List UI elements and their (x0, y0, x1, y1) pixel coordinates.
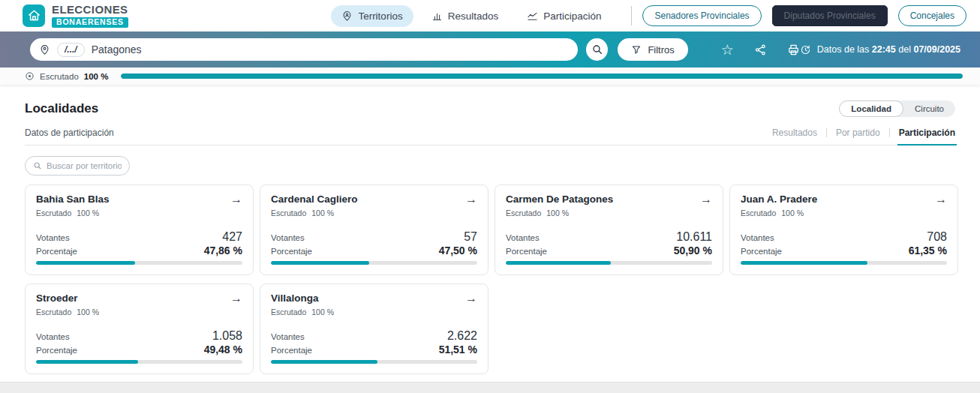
arrow-right-icon[interactable]: → (230, 292, 242, 304)
app-header: ELECCIONES BONAERENSES Territorios (0, 0, 980, 32)
percentage-label: Porcentaje (271, 346, 312, 355)
voters-row: Votantes 708 (741, 230, 947, 244)
voters-value: 57 (464, 230, 477, 244)
toolbar: /.../ Filtros ☆ (0, 32, 980, 68)
arrow-right-icon[interactable]: → (935, 194, 947, 206)
locality-name: Villalonga (271, 292, 319, 304)
card-progress-track (271, 261, 477, 265)
nav-item-label: Participación (543, 10, 601, 22)
card-progress-fill (36, 360, 138, 364)
card-scrutiny-label: Escrutado (506, 208, 541, 218)
scrutiny-label: Escrutado (40, 72, 79, 81)
tab-resultados[interactable]: Resultados (772, 128, 817, 138)
tab-por-partido[interactable]: Por partido (836, 128, 880, 138)
filters-button[interactable]: Filtros (618, 38, 687, 61)
section-subheader: Datos de participación Resultados Por pa… (25, 128, 955, 146)
filters-label: Filtros (648, 44, 674, 56)
favorite-star-icon[interactable]: ☆ (721, 43, 734, 57)
card-header: Villalonga → (271, 292, 477, 304)
search-input[interactable] (92, 44, 570, 56)
voters-label: Votantes (36, 233, 70, 242)
section-subtitle: Datos de participación (25, 128, 114, 138)
locality-card[interactable]: Cardenal Cagliero → Escrutado 100 % Vota… (260, 184, 488, 275)
search-button[interactable] (586, 38, 608, 61)
card-scrutiny-value: 100 % (311, 208, 334, 218)
locality-name: Cardenal Cagliero (271, 194, 358, 205)
concejales-button[interactable]: Concejales (898, 5, 966, 26)
territory-filter-input[interactable] (47, 161, 122, 170)
toggle-circuito[interactable]: Circuito (903, 100, 955, 117)
card-scrutiny-value: 100 % (546, 208, 569, 218)
path-ellipsis-badge[interactable]: /.../ (57, 43, 85, 57)
card-header: Carmen De Patagones → (506, 194, 712, 206)
brand-text: ELECCIONES BONAERENSES (52, 4, 128, 28)
percentage-value: 50,90 % (674, 244, 712, 256)
page-title: Localidades (25, 101, 98, 116)
tab-participacion[interactable]: Participación (899, 128, 955, 138)
percentage-row: Porcentaje 61,35 % (741, 244, 947, 256)
card-scrutiny-label: Escrutado (271, 308, 306, 316)
territory-search-bar[interactable]: /.../ (30, 38, 578, 61)
card-progress-fill (271, 261, 369, 265)
category-buttons: Senadores Provinciales Diputados Provinc… (631, 5, 966, 26)
locality-name: Bahia San Blas (36, 194, 110, 205)
card-progress-fill (506, 261, 611, 265)
scrutiny-bar: Escrutado 100 % (0, 68, 980, 85)
card-scrutiny: Escrutado 100 % (36, 208, 242, 218)
person-pin-icon (341, 10, 353, 22)
data-timestamp: Datos de las 22:45 del 07/09/2025 (800, 44, 960, 56)
percentage-value: 47,50 % (439, 244, 477, 256)
voters-label: Votantes (741, 233, 774, 242)
percentage-row: Porcentaje 47,50 % (271, 244, 477, 256)
print-icon[interactable] (787, 44, 800, 56)
main-content: Localidades Localidad Circuito Datos de … (0, 85, 980, 374)
share-icon[interactable] (754, 44, 767, 56)
percentage-label: Porcentaje (741, 247, 782, 256)
search-icon (591, 44, 603, 56)
arrow-right-icon[interactable]: → (465, 292, 477, 304)
locality-card[interactable]: Bahia San Blas → Escrutado 100 % Votante… (25, 184, 254, 275)
card-progress-track (271, 360, 477, 364)
header-divider (631, 6, 632, 26)
voters-row: Votantes 1.058 (36, 329, 242, 343)
toggle-localidad[interactable]: Localidad (839, 100, 903, 117)
card-scrutiny: Escrutado 100 % (271, 208, 477, 218)
nav-item-participacion[interactable]: Participación (516, 5, 612, 27)
diputados-provinciales-button[interactable]: Diputados Provinciales (772, 5, 888, 26)
brand-line1: ELECCIONES (52, 4, 128, 16)
voters-label: Votantes (271, 233, 305, 242)
nav-item-resultados[interactable]: Resultados (421, 5, 510, 27)
locality-card[interactable]: Carmen De Patagones → Escrutado 100 % Vo… (495, 184, 723, 275)
percentage-row: Porcentaje 47,86 % (36, 244, 242, 256)
card-scrutiny-label: Escrutado (36, 208, 71, 218)
percentage-row: Porcentaje 51,51 % (271, 344, 477, 356)
voters-value: 10.611 (676, 230, 712, 244)
data-tabs: Resultados Por partido Participación (772, 128, 955, 138)
locality-card[interactable]: Villalonga → Escrutado 100 % Votantes 2.… (260, 284, 488, 374)
locality-card[interactable]: Juan A. Pradere → Escrutado 100 % Votant… (729, 184, 958, 275)
arrow-right-icon[interactable]: → (230, 194, 242, 206)
percentage-value: 61,35 % (909, 244, 947, 256)
clock-icon (800, 44, 811, 56)
arrow-right-icon[interactable]: → (465, 194, 477, 206)
arrow-right-icon[interactable]: → (700, 194, 712, 206)
voters-label: Votantes (36, 332, 70, 341)
scrutiny-value: 100 % (84, 72, 109, 81)
territory-filter[interactable] (25, 156, 130, 176)
cards-grid: Bahia San Blas → Escrutado 100 % Votante… (25, 184, 955, 374)
locality-name: Juan A. Pradere (741, 194, 817, 205)
locality-card[interactable]: Stroeder → Escrutado 100 % Votantes 1.05… (25, 284, 254, 374)
target-icon (25, 71, 35, 81)
percentage-row: Porcentaje 50,90 % (506, 244, 712, 256)
house-icon (23, 4, 45, 27)
voters-value: 2.622 (447, 329, 477, 343)
card-progress-fill (271, 360, 377, 364)
brand-logo[interactable]: ELECCIONES BONAERENSES (23, 4, 128, 28)
voters-row: Votantes 57 (271, 230, 477, 244)
nav-item-territorios[interactable]: Territorios (331, 5, 413, 27)
locality-name: Carmen De Patagones (506, 194, 613, 205)
senadores-provinciales-button[interactable]: Senadores Provinciales (642, 5, 761, 26)
voters-label: Votantes (506, 233, 540, 242)
card-header: Bahia San Blas → (36, 194, 242, 206)
voters-row: Votantes 427 (36, 230, 242, 244)
